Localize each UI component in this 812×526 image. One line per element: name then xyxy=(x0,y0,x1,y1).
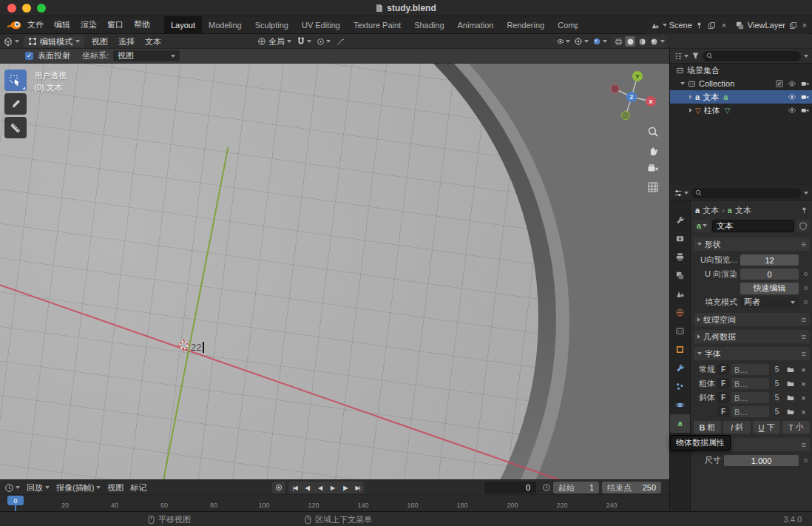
camera-view-icon[interactable] xyxy=(647,163,659,175)
menu-render[interactable]: 渲染 xyxy=(75,16,102,34)
tab-particles[interactable] xyxy=(670,377,690,396)
unlink-icon[interactable]: × xyxy=(798,378,809,389)
properties-editor-icon[interactable] xyxy=(674,189,688,198)
font-name-field[interactable]: B… xyxy=(731,392,769,403)
section-menu-icon[interactable]: ≡ xyxy=(802,315,806,324)
unlink-scene-icon[interactable]: × xyxy=(720,21,728,30)
open-folder-icon[interactable] xyxy=(785,378,796,389)
cylinder-expand-icon[interactable] xyxy=(689,108,692,112)
tab-view-layer[interactable] xyxy=(670,266,690,285)
font-datablock-icon[interactable]: F xyxy=(717,364,729,375)
tab-object[interactable] xyxy=(670,340,690,359)
jump-to-start-button[interactable]: |◀ xyxy=(288,485,301,491)
frame-start-field[interactable]: 起始1 xyxy=(553,482,599,493)
camera-icon[interactable] xyxy=(801,107,809,114)
tab-world[interactable] xyxy=(670,303,690,322)
shading-dropdown-chevron[interactable] xyxy=(660,40,665,43)
outliner-row-text[interactable]: a 文本 a xyxy=(670,90,812,104)
new-viewlayer-icon[interactable] xyxy=(788,20,798,30)
new-scene-icon[interactable] xyxy=(707,20,717,30)
section-menu-icon[interactable]: ≡ xyxy=(802,240,806,249)
font-datablock-icon[interactable]: F xyxy=(717,406,729,417)
outliner-filter-chevron[interactable] xyxy=(804,55,808,58)
tab-rendering[interactable]: Rendering xyxy=(500,16,551,34)
eye-icon[interactable] xyxy=(788,93,796,101)
timeline-ruler[interactable]: 0 20 40 60 80 100 120 140 160 180 200 22… xyxy=(0,494,669,511)
surface-project-checkbox[interactable]: ✓ xyxy=(25,52,33,60)
remove-viewlayer-icon[interactable]: × xyxy=(800,21,809,30)
font-users-count[interactable]: 5 xyxy=(771,378,782,389)
frame-end-field[interactable]: 结束点250 xyxy=(602,482,661,493)
outliner-row-collection[interactable]: Collection ✓ xyxy=(670,77,812,90)
properties-filter-chevron[interactable] xyxy=(804,192,808,195)
breadcrumb-data[interactable]: 文本 xyxy=(735,205,751,216)
menu-edit[interactable]: 编辑 xyxy=(49,16,75,34)
pin-icon[interactable] xyxy=(800,206,808,215)
xray-toggle[interactable] xyxy=(592,37,607,46)
menu-window[interactable]: 窗口 xyxy=(102,16,129,34)
viewport-canvas[interactable]: 22 用户透视 (0) 文本 xyxy=(0,64,669,479)
collection-checkbox[interactable]: ✓ xyxy=(776,80,783,87)
outliner-search-input[interactable] xyxy=(703,51,801,61)
viewlayer-name[interactable]: ViewLayer xyxy=(748,21,785,30)
menu-view[interactable]: 视图 xyxy=(89,36,111,47)
minimize-window-button[interactable] xyxy=(22,4,31,13)
orientation-gizmo[interactable]: Y Z X xyxy=(610,67,662,121)
tab-shading[interactable]: Shading xyxy=(407,16,450,34)
u-render-field[interactable]: 0 xyxy=(740,269,799,280)
eye-icon[interactable] xyxy=(788,80,796,87)
font-datablock-icon[interactable]: F xyxy=(717,378,729,389)
gizmo-neg-x-axis[interactable] xyxy=(611,85,619,93)
scene-name[interactable]: Scene xyxy=(669,21,692,30)
section-geometry[interactable]: 几何数据≡ xyxy=(694,330,810,343)
menu-select[interactable]: 选择 xyxy=(115,36,138,47)
datablock-name-input[interactable]: 文本 xyxy=(712,220,794,232)
font-name-field[interactable]: B… xyxy=(731,364,769,375)
zoom-window-button[interactable] xyxy=(37,4,46,13)
text-object-content[interactable]: 22 xyxy=(191,342,204,353)
select-box-tool[interactable] xyxy=(4,70,27,91)
shading-material-icon[interactable] xyxy=(637,36,647,47)
font-users-count[interactable]: 5 xyxy=(771,406,782,417)
auto-keying-record-icon[interactable] xyxy=(272,482,285,493)
open-folder-icon[interactable] xyxy=(785,392,796,403)
shading-rendered-icon[interactable] xyxy=(649,36,659,47)
jump-to-end-button[interactable]: ▶| xyxy=(351,485,364,491)
play-reverse-button[interactable]: ◀ xyxy=(314,485,326,491)
pin-icon[interactable] xyxy=(694,20,705,30)
unlink-icon[interactable]: × xyxy=(798,406,809,417)
properties-search-input[interactable] xyxy=(691,188,801,198)
tab-sculpting[interactable]: Sculpting xyxy=(248,16,295,34)
axis-dropdown[interactable]: 视图 xyxy=(113,50,180,61)
small-caps-toggle[interactable]: T小 xyxy=(782,421,810,434)
font-name-field[interactable]: B… xyxy=(731,406,769,417)
shading-wireframe-icon[interactable] xyxy=(613,36,623,47)
prev-keyframe-button[interactable]: ◀| xyxy=(301,485,314,491)
menu-keying[interactable]: 报像(插帧) xyxy=(56,482,101,493)
outliner-row-cylinder[interactable]: ▽ 柱体 ▽ xyxy=(670,104,812,117)
fill-mode-dropdown[interactable]: 两者 xyxy=(740,297,799,308)
open-folder-icon[interactable] xyxy=(785,406,796,417)
tab-modeling[interactable]: Modeling xyxy=(202,16,248,34)
tab-modifiers[interactable] xyxy=(670,359,690,377)
blender-logo-icon[interactable] xyxy=(6,19,22,30)
close-window-button[interactable] xyxy=(7,4,16,13)
tab-output[interactable] xyxy=(670,248,690,266)
quick-edit-button[interactable]: 快速编辑 xyxy=(740,283,799,294)
toggle-ortho-icon[interactable] xyxy=(647,181,659,193)
eye-icon[interactable] xyxy=(788,107,796,114)
animate-dot[interactable] xyxy=(804,272,808,276)
current-frame-field[interactable]: 0 xyxy=(484,482,536,493)
menu-text[interactable]: 文本 xyxy=(142,36,164,47)
play-button[interactable]: ▶ xyxy=(326,485,339,491)
animate-dot[interactable] xyxy=(804,459,808,462)
annotate-tool[interactable] xyxy=(4,93,27,115)
tab-animation[interactable]: Animation xyxy=(451,16,501,34)
camera-icon[interactable] xyxy=(801,80,809,87)
italic-toggle[interactable]: I斜 xyxy=(723,421,751,434)
breadcrumb-object[interactable]: 文本 xyxy=(703,205,719,216)
proportional-edit-toggle[interactable] xyxy=(317,38,331,46)
tab-object-data[interactable]: a xyxy=(670,414,690,433)
tab-render[interactable] xyxy=(670,229,690,248)
menu-file[interactable]: 文件 xyxy=(22,16,49,34)
